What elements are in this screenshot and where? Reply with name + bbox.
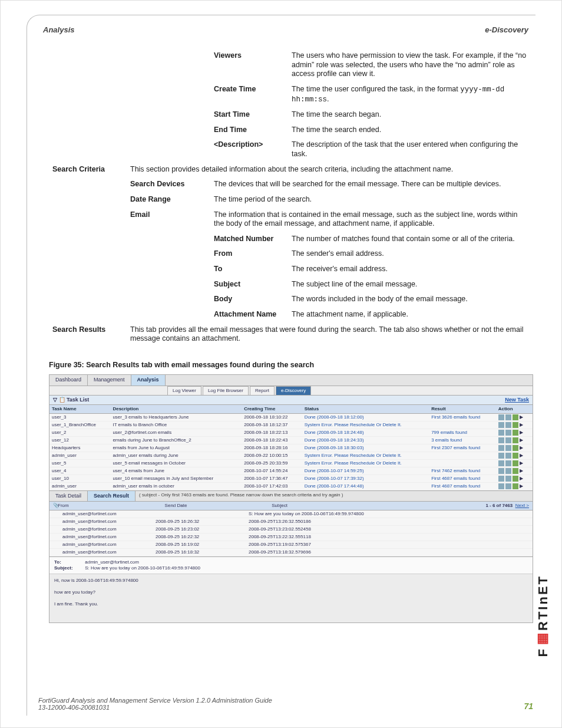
tab-management[interactable]: Management [88, 375, 131, 385]
new-task-link[interactable]: New Task [505, 397, 529, 403]
action-delete-icon[interactable] [505, 483, 511, 489]
table-row[interactable]: user_2user_2@fortinet.com emails2008-09-… [49, 429, 533, 436]
cell-action: ▶ [496, 459, 533, 467]
action-delete-icon[interactable] [505, 476, 511, 482]
list-item[interactable]: admin_user@fortinet.com2008-09-25 16:18:… [49, 549, 533, 556]
desc-to: The receiver's email address. [288, 262, 533, 277]
action-delete-icon[interactable] [505, 460, 511, 466]
table-row[interactable]: user_4user_4 emails from June2008-10-07 … [49, 467, 533, 475]
cell-creating-time: 2008-09-18 18:10:22 [242, 413, 302, 421]
table-row[interactable]: admin_useradmin_user emails during June2… [49, 452, 533, 459]
search-result-note: ( subject - Only first 7463 emails are f… [135, 491, 346, 501]
results-next-link[interactable]: Next > [515, 503, 529, 508]
cell-creating-time: 2008-09-18 18:22:43 [242, 436, 302, 444]
term-attachment-name: Attachment Name [210, 307, 288, 322]
action-more-icon[interactable]: ▶ [520, 437, 523, 443]
tab-analysis[interactable]: Analysis [131, 375, 166, 385]
cell-result [429, 421, 496, 429]
table-row[interactable]: user_1_BranchOfficeIT emails to Branch O… [49, 421, 533, 429]
action-more-icon[interactable]: ▶ [520, 430, 523, 436]
action-run-icon[interactable] [513, 453, 518, 459]
list-item[interactable]: admin_user@fortinet.com2008-09-25 16:26:… [49, 518, 533, 526]
results-count: 1 - 6 of 7463 Next > [485, 503, 529, 509]
subtab-e-discovery[interactable]: e-Discovery [276, 386, 311, 395]
list-item[interactable]: admin_user@fortinet.com2008-09-25 16:22:… [49, 533, 533, 541]
tab-dashboard[interactable]: Dashboard [49, 375, 88, 385]
action-delete-icon[interactable] [505, 468, 511, 474]
action-delete-icon[interactable] [505, 445, 511, 451]
tab-task-detail[interactable]: Task Detail [49, 491, 88, 501]
tab-search-result[interactable]: Search Result [88, 491, 135, 501]
cell-from: admin_user@fortinet.com [60, 518, 153, 526]
action-run-icon[interactable] [513, 437, 518, 443]
term-body: Body [210, 292, 288, 307]
action-run-icon[interactable] [513, 476, 518, 482]
action-more-icon[interactable]: ▶ [520, 468, 523, 474]
action-more-icon[interactable]: ▶ [520, 414, 523, 420]
cell-task-name: user_5 [49, 459, 110, 467]
action-delete-icon[interactable] [505, 453, 511, 459]
table-row[interactable]: user_3user_3 emails to Headquarters June… [49, 413, 533, 421]
action-view-icon[interactable] [498, 483, 504, 489]
action-more-icon[interactable]: ▶ [520, 476, 523, 482]
preview-subject-label: Subject: [54, 565, 84, 571]
action-view-icon[interactable] [498, 445, 504, 451]
list-item[interactable]: admin_user@fortinet.comS: How are you to… [49, 510, 533, 518]
cell-action: ▶ [496, 475, 533, 482]
table-row[interactable]: user_12emails during June to BranchOffic… [49, 436, 533, 444]
cell-status: Done (2008-10-07 17:44:48) [302, 482, 429, 490]
email-preview-header: To: admin_user@fortinet.com Subject: S: … [49, 556, 533, 574]
col-send-date: Send Date [165, 503, 272, 509]
sub-tabs: Log Viewer Log File Browser Report e-Dis… [49, 386, 533, 396]
subtab-report[interactable]: Report [250, 386, 275, 395]
action-more-icon[interactable]: ▶ [520, 460, 523, 466]
action-view-icon[interactable] [498, 468, 504, 474]
action-view-icon[interactable] [498, 453, 504, 459]
action-more-icon[interactable]: ▶ [520, 453, 523, 459]
action-run-icon[interactable] [513, 430, 518, 436]
action-run-icon[interactable] [513, 445, 518, 451]
action-run-icon[interactable] [513, 414, 518, 420]
action-run-icon[interactable] [513, 468, 518, 474]
action-view-icon[interactable] [498, 437, 504, 443]
cell-result: First 2307 emails found [429, 444, 496, 452]
action-delete-icon[interactable] [505, 430, 511, 436]
table-row[interactable]: Headquartersemails from June to August20… [49, 444, 533, 452]
action-delete-icon[interactable] [505, 437, 511, 443]
action-run-icon[interactable] [513, 422, 518, 428]
desc-attachment-name: The attachment name, if applicable. [288, 307, 533, 322]
action-view-icon[interactable] [498, 476, 504, 482]
page-number: 71 [524, 701, 533, 711]
figure-caption: Figure 35: Search Results tab with email… [49, 361, 533, 370]
action-view-icon[interactable] [498, 414, 504, 420]
tasklist-label: ▽ 📋 Task List [53, 397, 89, 403]
desc-subject: The subject line of the email message. [288, 277, 533, 292]
list-item[interactable]: admin_user@fortinet.com2008-09-25 16:19:… [49, 541, 533, 549]
table-row[interactable]: admin_useradmin_user emails in october20… [49, 482, 533, 490]
action-more-icon[interactable]: ▶ [520, 422, 523, 428]
email-preview-body: Hi, now is 2008-10-06T16:49:59.974800 ho… [49, 574, 533, 622]
desc-search-results: This tab provides all the email messages… [127, 322, 533, 347]
cell-creating-time: 2008-09-18 18:12:37 [242, 421, 302, 429]
action-view-icon[interactable] [498, 430, 504, 436]
subtab-log-file-browser[interactable]: Log File Browser [203, 386, 249, 395]
subtab-log-viewer[interactable]: Log Viewer [167, 386, 201, 395]
cell-result: First 4687 emails found [429, 482, 496, 490]
action-view-icon[interactable] [498, 460, 504, 466]
cell-action: ▶ [496, 482, 533, 490]
action-delete-icon[interactable] [505, 414, 511, 420]
preview-subject-value: S: How are you today on 2008-10-06T16:49… [85, 565, 200, 571]
list-item[interactable]: admin_user@fortinet.com2008-09-25 16:23:… [49, 526, 533, 533]
table-row[interactable]: user_10user_10 email messages in July an… [49, 475, 533, 482]
cell-from: admin_user@fortinet.com [60, 510, 153, 518]
desc-create-time-pre: The time the user configured the task, i… [292, 85, 460, 93]
action-more-icon[interactable]: ▶ [520, 483, 523, 489]
footer-docnum: 13-12000-406-20081031 [38, 704, 272, 711]
table-row[interactable]: user_5user_5 email messages in October20… [49, 459, 533, 467]
action-run-icon[interactable] [513, 460, 518, 466]
cell-send-date: 2008-09-25 16:23:02 [153, 526, 246, 533]
action-delete-icon[interactable] [505, 422, 511, 428]
action-more-icon[interactable]: ▶ [520, 445, 523, 451]
action-run-icon[interactable] [513, 483, 518, 489]
action-view-icon[interactable] [498, 422, 504, 428]
